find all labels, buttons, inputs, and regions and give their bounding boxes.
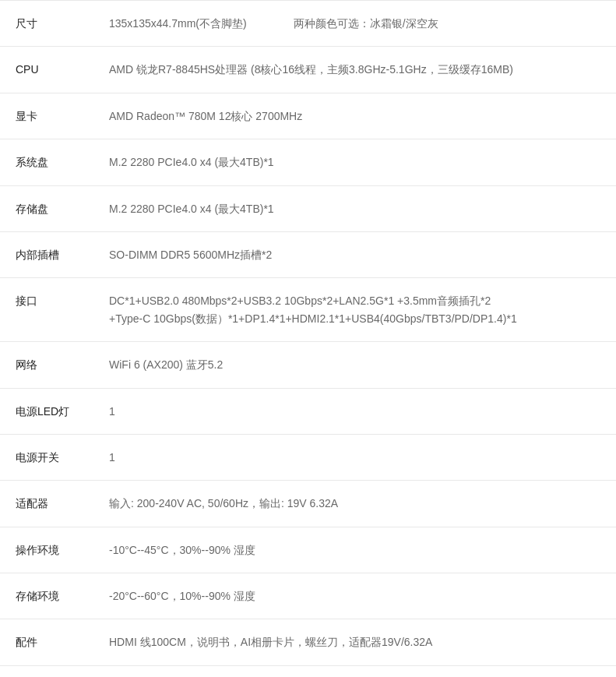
- spec-table: 尺寸135x135x44.7mm(不含脚垫)两种颜色可选：冰霜银/深空灰CPUA…: [0, 0, 616, 677]
- spec-label-adapter: 适配器: [0, 481, 93, 527]
- spec-value-storage-env: -20°C--60°C，10%--90% 湿度: [93, 573, 616, 619]
- spec-label-extra-features: 附加功能: [0, 665, 93, 677]
- spec-label-ports: 接口: [0, 278, 93, 342]
- spec-value-memory-slot: SO-DIMM DDR5 5600MHz插槽*2: [93, 231, 616, 277]
- spec-row-gpu: 显卡AMD Radeon™ 780M 12核心 2700MHz: [0, 93, 616, 139]
- spec-label-network: 网络: [0, 342, 93, 388]
- spec-row-system-disk: 系统盘M.2 2280 PCIe4.0 x4 (最大4TB)*1: [0, 139, 616, 185]
- spec-label-size: 尺寸: [0, 1, 93, 47]
- spec-value-size: 135x135x44.7mm(不含脚垫)两种颜色可选：冰霜银/深空灰: [93, 1, 616, 47]
- spec-row-power-switch: 电源开关1: [0, 434, 616, 480]
- spec-row-storage: 存储盘M.2 2280 PCIe4.0 x4 (最大4TB)*1: [0, 185, 616, 231]
- spec-row-network: 网络WiFi 6 (AX200) 蓝牙5.2: [0, 342, 616, 388]
- spec-label-gpu: 显卡: [0, 93, 93, 139]
- spec-label-system-disk: 系统盘: [0, 139, 93, 185]
- spec-label-cpu: CPU: [0, 47, 93, 93]
- spec-value-ports: DC*1+USB2.0 480Mbps*2+USB3.2 10Gbps*2+LA…: [93, 278, 616, 342]
- spec-row-ports: 接口DC*1+USB2.0 480Mbps*2+USB3.2 10Gbps*2+…: [0, 278, 616, 342]
- size-dimensions: 135x135x44.7mm(不含脚垫): [109, 17, 247, 30]
- spec-row-extra-features: 附加功能上电开机 网络唤醒: [0, 665, 616, 677]
- spec-value-gpu: AMD Radeon™ 780M 12核心 2700MHz: [93, 93, 616, 139]
- spec-value-power-led: 1: [93, 388, 616, 434]
- spec-row-accessories: 配件HDMI 线100CM，说明书，AI相册卡片，螺丝刀，适配器19V/6.32…: [0, 619, 616, 665]
- spec-row-operating-env: 操作环境-10°C--45°C，30%--90% 湿度: [0, 527, 616, 573]
- spec-value-storage: M.2 2280 PCIe4.0 x4 (最大4TB)*1: [93, 185, 616, 231]
- size-colors: 两种颜色可选：冰霜银/深空灰: [294, 17, 438, 30]
- spec-value-power-switch: 1: [93, 434, 616, 480]
- spec-value-cpu: AMD 锐龙R7-8845HS处理器 (8核心16线程，主频3.8GHz-5.1…: [93, 47, 616, 93]
- spec-value-network: WiFi 6 (AX200) 蓝牙5.2: [93, 342, 616, 388]
- spec-value-adapter: 输入: 200-240V AC, 50/60Hz，输出: 19V 6.32A: [93, 481, 616, 527]
- spec-row-power-led: 电源LED灯1: [0, 388, 616, 434]
- spec-label-operating-env: 操作环境: [0, 527, 93, 573]
- spec-value-extra-features: 上电开机 网络唤醒: [93, 665, 616, 677]
- spec-value-accessories: HDMI 线100CM，说明书，AI相册卡片，螺丝刀，适配器19V/6.32A: [93, 619, 616, 665]
- spec-row-adapter: 适配器输入: 200-240V AC, 50/60Hz，输出: 19V 6.32…: [0, 481, 616, 527]
- spec-row-size: 尺寸135x135x44.7mm(不含脚垫)两种颜色可选：冰霜银/深空灰: [0, 1, 616, 47]
- spec-label-accessories: 配件: [0, 619, 93, 665]
- spec-row-storage-env: 存储环境-20°C--60°C，10%--90% 湿度: [0, 573, 616, 619]
- spec-label-storage: 存储盘: [0, 185, 93, 231]
- spec-label-memory-slot: 内部插槽: [0, 231, 93, 277]
- spec-label-power-led: 电源LED灯: [0, 388, 93, 434]
- spec-value-system-disk: M.2 2280 PCIe4.0 x4 (最大4TB)*1: [93, 139, 616, 185]
- spec-row-memory-slot: 内部插槽SO-DIMM DDR5 5600MHz插槽*2: [0, 231, 616, 277]
- spec-label-power-switch: 电源开关: [0, 434, 93, 480]
- spec-value-operating-env: -10°C--45°C，30%--90% 湿度: [93, 527, 616, 573]
- spec-label-storage-env: 存储环境: [0, 573, 93, 619]
- spec-row-cpu: CPUAMD 锐龙R7-8845HS处理器 (8核心16线程，主频3.8GHz-…: [0, 47, 616, 93]
